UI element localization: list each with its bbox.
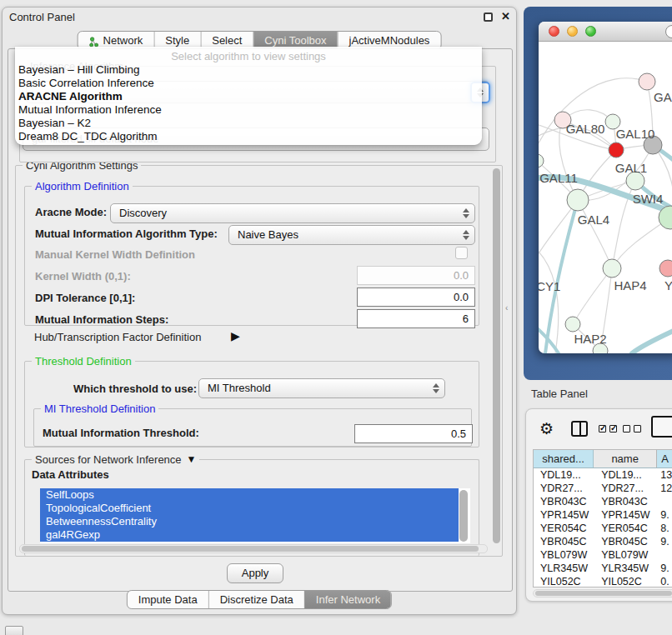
manual-kernel-checkbox[interactable] xyxy=(455,247,468,259)
panel-resize-handle[interactable]: ‹ xyxy=(505,303,508,312)
table-cell[interactable]: YLR345W xyxy=(594,562,657,575)
table-cell[interactable]: YLR345W xyxy=(534,562,594,575)
table-cell[interactable]: 12 xyxy=(657,482,672,495)
table-cell[interactable]: 8. xyxy=(657,522,672,535)
network-node[interactable] xyxy=(639,73,655,90)
zoom-window-icon[interactable] xyxy=(585,26,596,37)
table-cell[interactable]: YIL052C xyxy=(534,575,594,588)
minimize-window-icon[interactable] xyxy=(567,26,578,37)
table-row[interactable]: YER054CYER054C8. xyxy=(534,522,672,535)
gear-icon[interactable]: ⚙ xyxy=(539,419,554,438)
column-header-partial[interactable]: A xyxy=(657,450,672,468)
table-cell[interactable]: 0. xyxy=(657,575,672,588)
table-cell[interactable]: 13 xyxy=(657,468,672,482)
table-cell[interactable]: YIL052C xyxy=(594,575,657,588)
tab-infer-network[interactable]: Infer Network xyxy=(304,591,391,608)
network-graph[interactable]: GALGAL80GAL10GAL1GAL11SWI4GAL4HAP4YGCY1H… xyxy=(539,42,672,353)
table-row[interactable]: YLR345WYLR345W9. xyxy=(534,562,672,575)
network-node[interactable] xyxy=(565,317,580,332)
table-cell[interactable]: YBR043C xyxy=(594,495,657,508)
collapse-arrow-icon[interactable]: ▼ xyxy=(187,453,197,466)
algorithm-option[interactable]: Bayesian – Hill Climbing xyxy=(15,63,482,77)
table-cell[interactable]: YPR145W xyxy=(594,508,657,522)
table-cell[interactable]: YDL19... xyxy=(534,468,594,482)
table-cell[interactable]: YDR27... xyxy=(534,482,594,495)
network-node[interactable] xyxy=(567,189,589,211)
node-label: HAP4 xyxy=(614,278,646,292)
mi-algorithm-type-select[interactable]: Naive Bayes xyxy=(228,225,475,245)
table-cell[interactable]: YBL079W xyxy=(594,548,657,562)
table-row[interactable]: YDL19...YDL19...13 xyxy=(534,468,672,482)
tab-discretize-data[interactable]: Discretize Data xyxy=(208,591,304,608)
table-cell[interactable]: YBR043C xyxy=(534,495,594,508)
float-panel-icon[interactable] xyxy=(484,12,493,22)
node-label: GAL80 xyxy=(566,122,605,136)
data-attribute-item[interactable]: TopologicalCoefficient xyxy=(40,502,459,515)
kernel-width-field[interactable]: 0.0 xyxy=(357,266,475,285)
table-cell[interactable] xyxy=(657,495,672,508)
close-panel-icon[interactable]: ✕ xyxy=(501,10,510,22)
table-cell[interactable]: 9. xyxy=(657,535,672,548)
table-row[interactable]: YBL079WYBL079W xyxy=(534,548,672,562)
algorithm-option[interactable]: ARACNE Algorithm xyxy=(15,90,482,103)
application-window: Control Panel ✕ Network Style Select Cyn… xyxy=(0,0,672,635)
table-cell[interactable]: YER054C xyxy=(534,522,594,535)
table-row[interactable]: YBR043CYBR043C xyxy=(534,495,672,508)
tab-discretize-data-label: Discretize Data xyxy=(220,591,293,608)
network-edge[interactable] xyxy=(578,200,612,268)
mi-steps-field[interactable]: 6 xyxy=(357,309,475,328)
table-cell[interactable]: YPR145W xyxy=(534,508,594,522)
panel-title: Control Panel xyxy=(9,11,75,23)
table-cell[interactable]: YBR045C xyxy=(534,535,594,548)
algorithm-option[interactable]: Basic Correlation Inference xyxy=(15,77,482,90)
network-edge[interactable] xyxy=(632,329,672,353)
table-horizontal-scrollbar[interactable] xyxy=(533,589,672,598)
columns-icon[interactable] xyxy=(571,421,588,437)
apply-button[interactable]: Apply xyxy=(227,563,283,583)
network-node[interactable] xyxy=(603,259,621,278)
table-cell[interactable]: YDL19... xyxy=(594,468,657,482)
table-cell[interactable]: YDR27... xyxy=(594,482,657,495)
dock-panel-button[interactable] xyxy=(5,626,23,635)
table-cell[interactable]: YBR045C xyxy=(594,535,657,548)
node-label: GCY1 xyxy=(539,279,560,293)
settings-horizontal-scrollbar[interactable] xyxy=(19,544,488,553)
network-node[interactable] xyxy=(609,142,624,158)
data-attributes-list[interactable]: SelfLoopsTopologicalCoefficientBetweenne… xyxy=(40,488,470,543)
tab-impute-data[interactable]: Impute Data xyxy=(128,591,208,608)
column-header-shared-name[interactable]: shared... xyxy=(534,450,594,468)
table-row[interactable]: YBR045CYBR045C9. xyxy=(534,535,672,548)
table-row[interactable]: YDR27...YDR27...12 xyxy=(534,482,672,495)
network-window-titlebar[interactable] xyxy=(539,22,672,42)
table-cell[interactable]: YBL079W xyxy=(534,548,594,562)
table-row[interactable]: YPR145WYPR145W9. xyxy=(534,508,672,522)
table-cell[interactable] xyxy=(657,548,672,562)
algorithm-option[interactable]: Dream8 DC_TDC Algorithm xyxy=(15,130,482,143)
mi-threshold-field[interactable]: 0.5 xyxy=(354,424,473,443)
close-window-icon[interactable] xyxy=(549,26,559,37)
attributes-scrollbar[interactable] xyxy=(459,490,468,542)
column-header-name[interactable]: name xyxy=(594,450,657,468)
aracne-mode-select[interactable]: Discovery xyxy=(110,203,475,223)
select-all-checks-icon[interactable] xyxy=(599,425,617,432)
table-cell[interactable]: YER054C xyxy=(594,522,657,535)
which-threshold-select[interactable]: MI Threshold xyxy=(198,378,445,398)
table-cell[interactable]: 9. xyxy=(657,562,672,575)
data-attribute-item[interactable]: gal4RGexp xyxy=(40,528,459,542)
expand-arrow-icon[interactable]: ▶ xyxy=(231,329,240,342)
mi-type-label: Mutual Information Algorithm Type: xyxy=(35,228,218,240)
network-node[interactable] xyxy=(659,260,672,277)
data-attribute-item[interactable]: SelfLoops xyxy=(40,488,459,502)
table-row[interactable]: YIL052CYIL052C0. xyxy=(534,575,672,588)
combo-arrows-icon xyxy=(462,208,469,219)
table-cell[interactable]: 9. xyxy=(657,508,672,522)
settings-vertical-scrollbar[interactable] xyxy=(493,168,500,543)
table-mode-icon[interactable] xyxy=(651,416,672,438)
partial-node xyxy=(665,25,672,38)
dpi-tolerance-field[interactable]: 0.0 xyxy=(357,288,475,307)
algorithm-placeholder[interactable]: Select algorithm to view settings xyxy=(15,49,482,63)
algorithm-option[interactable]: Mutual Information Inference xyxy=(15,103,482,117)
deselect-all-checks-icon[interactable] xyxy=(623,425,641,432)
algorithm-option[interactable]: Bayesian – K2 xyxy=(15,117,482,130)
data-attribute-item[interactable]: BetweennessCentrality xyxy=(40,515,459,528)
